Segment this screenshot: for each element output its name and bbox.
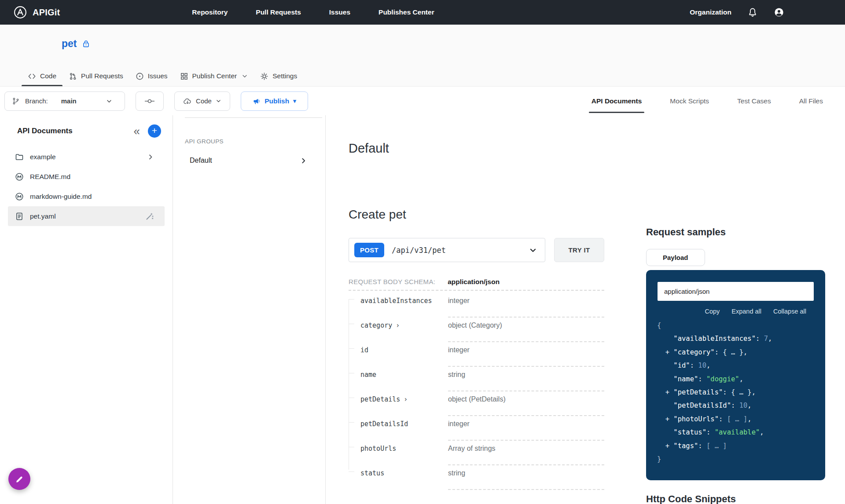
edit-fab-button[interactable] xyxy=(8,468,30,490)
operation-title: Create pet xyxy=(349,208,845,222)
field-name: id xyxy=(360,346,448,354)
repo-name[interactable]: pet xyxy=(62,38,77,50)
nav-item-issues[interactable]: Issues xyxy=(329,8,350,16)
expand-node-button[interactable]: + xyxy=(665,388,674,396)
document-tabs: API DocumentsMock ScriptsTest CasesAll F… xyxy=(589,87,845,115)
schema-content-type: application/json xyxy=(448,278,500,286)
payload-code-panel: CopyExpand allCollapse all { "availableI… xyxy=(646,270,825,480)
navbar-menu: RepositoryPull RequestsIssuesPublishes C… xyxy=(192,8,434,16)
add-document-button[interactable]: + xyxy=(148,124,161,138)
branch-value: main xyxy=(61,97,77,105)
repo-tabs: CodePull RequestsIssuesPublish CenterSet… xyxy=(22,66,303,86)
chevron-down-icon xyxy=(529,246,537,254)
api-group-item-default[interactable]: Default xyxy=(173,154,325,167)
branch-selector[interactable]: Branch: main xyxy=(4,91,125,111)
expand-chevron-icon[interactable]: › xyxy=(404,395,408,403)
toolbar-left: Branch: main Code Publish ▾ xyxy=(4,91,308,111)
nav-item-repository[interactable]: Repository xyxy=(192,8,228,16)
megaphone-icon xyxy=(253,97,261,105)
schema-field-name: namestring xyxy=(349,367,604,391)
commits-button[interactable] xyxy=(136,91,164,111)
markdown-icon xyxy=(15,172,24,181)
publish-button[interactable]: Publish ▾ xyxy=(241,91,308,111)
code-download-button[interactable]: Code xyxy=(174,91,230,111)
chevron-down-icon xyxy=(216,98,221,104)
try-it-button[interactable]: TRY IT xyxy=(554,238,604,262)
field-type: object (PetDetails) xyxy=(448,395,604,416)
repo-tab-settings[interactable]: Settings xyxy=(254,66,303,86)
expand-node-button[interactable]: + xyxy=(665,348,674,356)
field-type: integer xyxy=(448,346,604,367)
repo-tab-pull-requests[interactable]: Pull Requests xyxy=(62,66,129,86)
sidebar-item-readme-md[interactable]: README.md xyxy=(8,167,165,186)
navbar-right: Organization xyxy=(690,7,784,18)
api-groups-list: Default xyxy=(173,154,325,167)
sidebar-item-label: pet.yaml xyxy=(30,212,56,220)
json-line: "name": "doggie", xyxy=(657,373,825,386)
expand-chevron-icon[interactable]: › xyxy=(396,321,400,329)
repo-tab-code[interactable]: Code xyxy=(22,66,62,86)
chevron-right-icon xyxy=(147,153,154,161)
sidebar-item-label: README.md xyxy=(30,173,70,181)
sidebar-item-pet-yaml[interactable]: pet.yaml xyxy=(8,206,165,226)
payload-tab[interactable]: Payload xyxy=(646,249,705,266)
main-panel: Default Create pet POST /api/v31/pet TRY… xyxy=(326,115,845,504)
nav-item-organization[interactable]: Organization xyxy=(690,8,731,16)
top-navbar: APIGit RepositoryPull RequestsIssuesPubl… xyxy=(0,0,845,25)
json-line: { xyxy=(657,319,825,332)
json-line: + "photoUrls": [ … ], xyxy=(657,413,825,426)
json-line: } xyxy=(657,453,825,466)
field-name[interactable]: petDetails› xyxy=(360,395,448,403)
schema-fields: availableInstancesintegercategory›object… xyxy=(349,293,604,490)
content-type-input[interactable] xyxy=(658,282,814,301)
sidebar-item-markdown-guide-md[interactable]: markdown-guide.md xyxy=(8,186,165,206)
code-action-expand-all[interactable]: Expand all xyxy=(731,308,761,315)
content: API Documents « + exampleREADME.mdmarkdo… xyxy=(0,115,845,504)
magic-wand-icon xyxy=(145,212,154,221)
repo-tab-label: Publish Center xyxy=(192,72,237,80)
http-code-snippets-title: Http Code Snippets xyxy=(646,493,825,504)
doc-tab-all-files[interactable]: All Files xyxy=(797,87,826,115)
avatar-icon[interactable] xyxy=(774,7,784,18)
apigit-logo-icon xyxy=(13,5,27,19)
nav-item-publishes-center[interactable]: Publishes Center xyxy=(378,8,434,16)
doc-tab-test-cases[interactable]: Test Cases xyxy=(735,87,774,115)
field-name-text: availableInstances xyxy=(360,297,432,305)
publish-button-label: Publish xyxy=(265,97,289,105)
schema-field-availableinstances: availableInstancesinteger xyxy=(349,293,604,318)
schema-divider xyxy=(349,290,604,291)
schema-field-id: idinteger xyxy=(349,342,604,367)
api-group-label: Default xyxy=(190,157,212,164)
repo-tab-issues[interactable]: Issues xyxy=(129,66,174,86)
app: APIGit RepositoryPull RequestsIssuesPubl… xyxy=(0,0,845,504)
brand[interactable]: APIGit xyxy=(13,5,60,19)
doc-tab-mock-scripts[interactable]: Mock Scripts xyxy=(667,87,712,115)
payload-json: { "availableInstances": 7, + "category":… xyxy=(646,319,825,466)
field-name[interactable]: category› xyxy=(360,321,448,329)
markdown-icon xyxy=(15,192,24,201)
code-action-copy[interactable]: Copy xyxy=(705,308,720,315)
repo-tab-label: Issues xyxy=(148,72,168,80)
group-heading: Default xyxy=(349,141,845,156)
doc-tab-api-documents[interactable]: API Documents xyxy=(589,87,645,115)
field-type: string xyxy=(448,469,604,490)
code-action-collapse-all[interactable]: Collapse all xyxy=(773,308,806,315)
toolbar: Branch: main Code Publish ▾ API Document… xyxy=(0,87,845,115)
code-button-label: Code xyxy=(196,97,212,105)
field-name-text: category xyxy=(360,321,392,329)
collapse-sidebar-button[interactable]: « xyxy=(134,125,140,137)
field-name: photoUrls xyxy=(360,445,448,453)
cloud-download-icon xyxy=(183,97,192,106)
nav-item-pull-requests[interactable]: Pull Requests xyxy=(256,8,301,16)
endpoint-selector[interactable]: POST /api/v31/pet xyxy=(349,238,545,262)
schema-field-petdetails: petDetails›object (PetDetails) xyxy=(349,391,604,416)
expand-node-button[interactable]: + xyxy=(665,442,674,450)
sidebar-item-example[interactable]: example xyxy=(8,147,165,167)
repo-tab-publish-center[interactable]: Publish Center xyxy=(174,66,254,86)
field-type: string xyxy=(448,371,604,391)
expand-node-button[interactable]: + xyxy=(665,415,674,423)
bell-icon[interactable] xyxy=(747,7,758,18)
sidebar-header-actions: « + xyxy=(134,124,161,138)
sidebar-item-label: example xyxy=(30,153,56,161)
repo-tab-label: Settings xyxy=(272,72,297,80)
